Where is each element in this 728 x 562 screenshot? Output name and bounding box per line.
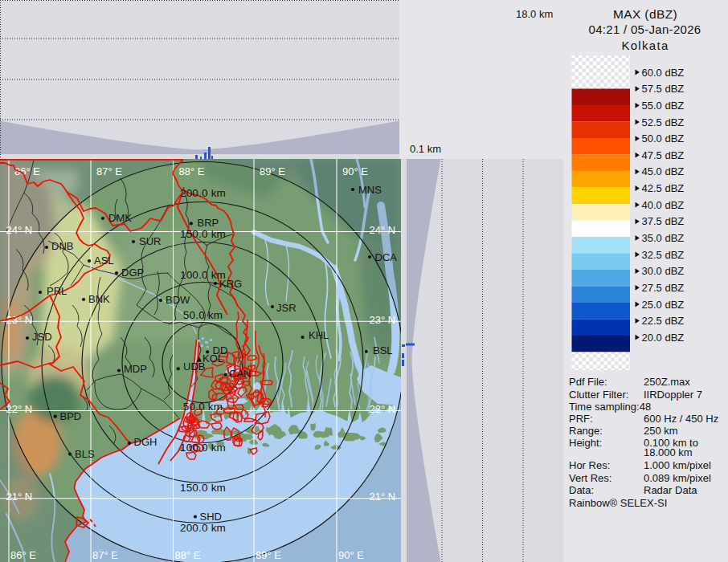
- svg-text:KOL: KOL: [202, 352, 223, 364]
- svg-text:MAX (dBZ): MAX (dBZ): [613, 7, 677, 21]
- svg-text:150.0 km: 150.0 km: [180, 228, 226, 240]
- svg-text:BPD: BPD: [60, 410, 82, 422]
- svg-text:Radar Data: Radar Data: [644, 484, 697, 496]
- svg-text:Time sampling:48: Time sampling:48: [569, 401, 651, 413]
- svg-text:20.0 dBZ: 20.0 dBZ: [642, 332, 685, 344]
- svg-text:87° E: 87° E: [96, 165, 122, 177]
- svg-text:JSR: JSR: [276, 302, 297, 314]
- svg-text:87° E: 87° E: [92, 549, 118, 561]
- svg-text:100.0 km: 100.0 km: [180, 442, 226, 454]
- svg-text:47.5 dBZ: 47.5 dBZ: [642, 149, 685, 161]
- svg-text:200.0 km: 200.0 km: [180, 522, 226, 534]
- svg-text:50.0 km: 50.0 km: [183, 309, 223, 321]
- svg-text:27.5 dBZ: 27.5 dBZ: [642, 282, 685, 294]
- svg-text:DGP: DGP: [121, 267, 144, 279]
- svg-text:0.1 km: 0.1 km: [410, 143, 441, 155]
- svg-text:BNK: BNK: [88, 293, 110, 305]
- svg-text:KRG: KRG: [219, 278, 242, 290]
- svg-text:37.5 dBZ: 37.5 dBZ: [642, 215, 685, 227]
- svg-text:89° E: 89° E: [260, 165, 285, 177]
- svg-text:18.0 km: 18.0 km: [516, 8, 553, 20]
- svg-text:DMK: DMK: [108, 212, 132, 224]
- svg-text:Height:: Height:: [569, 437, 602, 449]
- svg-text:IIRDoppler 7: IIRDoppler 7: [644, 389, 702, 401]
- svg-text:52.5 dBZ: 52.5 dBZ: [642, 116, 685, 128]
- svg-text:Pdf File:: Pdf File:: [569, 376, 607, 388]
- svg-text:1.000 km/pixel: 1.000 km/pixel: [644, 459, 711, 471]
- svg-text:BRP: BRP: [198, 217, 219, 229]
- svg-text:45.0 dBZ: 45.0 dBZ: [642, 165, 685, 177]
- svg-text:PRL: PRL: [47, 285, 67, 297]
- svg-text:60.0 dBZ: 60.0 dBZ: [642, 67, 685, 79]
- svg-text:86° E: 86° E: [10, 549, 36, 561]
- svg-text:90° E: 90° E: [342, 165, 368, 177]
- svg-text:32.5 dBZ: 32.5 dBZ: [642, 249, 685, 261]
- svg-text:55.0 dBZ: 55.0 dBZ: [642, 100, 685, 112]
- svg-text:88° E: 88° E: [179, 165, 205, 177]
- svg-text:SHD: SHD: [200, 511, 222, 523]
- svg-text:Hor Res:: Hor Res:: [569, 459, 610, 471]
- svg-text:BDW: BDW: [166, 294, 190, 306]
- svg-text:SUR: SUR: [139, 235, 161, 247]
- svg-text:30.0 dBZ: 30.0 dBZ: [642, 265, 685, 277]
- svg-text:22.5 dBZ: 22.5 dBZ: [642, 315, 685, 327]
- svg-text:CAN: CAN: [229, 368, 251, 380]
- svg-text:250Z.max: 250Z.max: [644, 376, 690, 388]
- svg-text:Data:: Data:: [569, 484, 594, 496]
- svg-text:PRF:: PRF:: [569, 413, 593, 425]
- svg-text:BSL: BSL: [373, 344, 393, 356]
- svg-text:250 km: 250 km: [644, 425, 678, 437]
- svg-text:40.0 dBZ: 40.0 dBZ: [642, 199, 685, 211]
- svg-text:Rainbow® SELEX-SI: Rainbow® SELEX-SI: [569, 497, 667, 509]
- svg-text:Clutter Filter:: Clutter Filter:: [569, 389, 628, 401]
- svg-text:25.0 dBZ: 25.0 dBZ: [642, 299, 685, 311]
- svg-text:22° N: 22° N: [370, 403, 396, 415]
- svg-text:57.5 dBZ: 57.5 dBZ: [642, 83, 685, 95]
- svg-text:DGH: DGH: [134, 436, 157, 448]
- svg-text:04:21 / 05-Jan-2026: 04:21 / 05-Jan-2026: [589, 22, 701, 36]
- svg-text:50.0 dBZ: 50.0 dBZ: [642, 132, 685, 145]
- svg-text:KHL: KHL: [309, 329, 329, 341]
- svg-text:DNB: DNB: [51, 240, 73, 252]
- svg-text:24° N: 24° N: [370, 224, 396, 236]
- svg-text:88° E: 88° E: [175, 549, 201, 561]
- svg-text:50.0 km: 50.0 km: [183, 401, 223, 413]
- svg-text:89° E: 89° E: [256, 549, 281, 561]
- svg-text:Range:: Range:: [569, 425, 603, 437]
- svg-text:Vert Res:: Vert Res:: [569, 472, 611, 484]
- svg-text:MDP: MDP: [124, 363, 147, 375]
- svg-text:BLS: BLS: [75, 448, 95, 460]
- svg-text:Kolkata: Kolkata: [621, 39, 669, 52]
- svg-text:21° N: 21° N: [370, 491, 396, 503]
- svg-text:21° N: 21° N: [6, 491, 33, 503]
- svg-text:MNS: MNS: [358, 184, 382, 196]
- svg-text:DCA: DCA: [375, 251, 398, 263]
- svg-text:18.000 km: 18.000 km: [644, 446, 693, 458]
- svg-text:23° N: 23° N: [370, 314, 396, 326]
- svg-text:600 Hz / 450 Hz: 600 Hz / 450 Hz: [644, 413, 718, 425]
- svg-text:0.089 km/pixel: 0.089 km/pixel: [644, 472, 711, 484]
- svg-text:42.5 dBZ: 42.5 dBZ: [642, 182, 685, 194]
- svg-text:200.0 km: 200.0 km: [180, 187, 226, 199]
- svg-text:22° N: 22° N: [6, 403, 33, 415]
- svg-text:ASL: ASL: [94, 255, 114, 267]
- svg-text:35.0 dBZ: 35.0 dBZ: [642, 232, 685, 244]
- svg-text:24° N: 24° N: [6, 224, 33, 236]
- svg-text:90° E: 90° E: [338, 549, 364, 561]
- svg-text:150.0 km: 150.0 km: [180, 482, 226, 494]
- svg-text:JSD: JSD: [32, 331, 52, 343]
